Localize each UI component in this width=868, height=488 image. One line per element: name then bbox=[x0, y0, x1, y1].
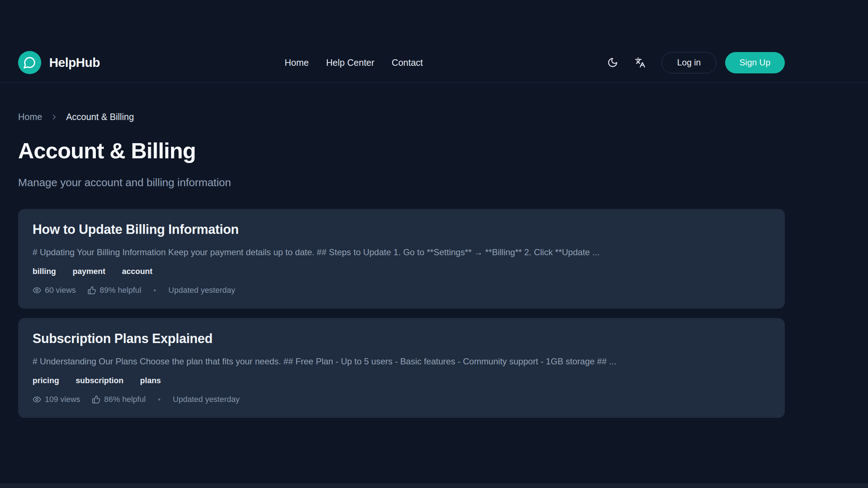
tag[interactable]: pricing bbox=[33, 376, 59, 385]
theme-toggle-button[interactable] bbox=[601, 51, 624, 74]
article-card[interactable]: How to Update Billing Information # Upda… bbox=[18, 209, 785, 309]
signup-button[interactable]: Sign Up bbox=[725, 52, 785, 73]
nav-link-home[interactable]: Home bbox=[285, 57, 309, 68]
article-tags: pricing subscription plans bbox=[33, 376, 770, 385]
page-subtitle: Manage your account and billing informat… bbox=[18, 176, 785, 189]
breadcrumb-home-link[interactable]: Home bbox=[18, 112, 42, 122]
updated-text: Updated yesterday bbox=[173, 395, 240, 404]
page-title: Account & Billing bbox=[18, 138, 785, 163]
article-preview: # Understanding Our Plans Choose the pla… bbox=[33, 356, 770, 367]
breadcrumb: Home Account & Billing bbox=[18, 112, 785, 122]
login-button[interactable]: Log in bbox=[661, 52, 716, 73]
eye-icon bbox=[33, 286, 41, 295]
language-toggle-button[interactable] bbox=[629, 51, 651, 74]
tag[interactable]: subscription bbox=[76, 376, 123, 385]
helpful-percent: 86% helpful bbox=[104, 395, 146, 404]
languages-icon bbox=[635, 57, 646, 68]
article-preview: # Updating Your Billing Information Keep… bbox=[33, 247, 770, 257]
main-content: Home Account & Billing Account & Billing… bbox=[18, 83, 785, 418]
message-circle-icon bbox=[23, 56, 36, 69]
article-list: How to Update Billing Information # Upda… bbox=[18, 209, 785, 418]
views-count: 60 views bbox=[45, 286, 76, 295]
article-stats: 60 views 89% helpful • Updated yesterday bbox=[33, 286, 770, 295]
thumbs-up-icon bbox=[92, 395, 101, 404]
helpful-stat: 86% helpful bbox=[92, 395, 146, 404]
dot-separator: • bbox=[158, 395, 161, 404]
site-header: HelpHub Home Help Center Contact bbox=[0, 0, 868, 83]
helpful-stat: 89% helpful bbox=[88, 286, 141, 295]
dot-separator: • bbox=[154, 286, 156, 295]
moon-icon bbox=[607, 57, 618, 68]
views-count: 109 views bbox=[45, 395, 80, 404]
helpful-percent: 89% helpful bbox=[100, 286, 141, 295]
article-tags: billing payment account bbox=[33, 267, 770, 276]
brand[interactable]: HelpHub bbox=[18, 51, 100, 74]
eye-icon bbox=[33, 395, 41, 404]
main-nav: Home Help Center Contact bbox=[285, 57, 423, 68]
header-actions: Log in Sign Up bbox=[601, 51, 785, 74]
footer-edge bbox=[0, 483, 868, 488]
brand-name: HelpHub bbox=[49, 55, 100, 70]
views-stat: 60 views bbox=[33, 286, 76, 295]
tag[interactable]: payment bbox=[73, 267, 105, 276]
tag[interactable]: billing bbox=[33, 267, 56, 276]
header-inner: HelpHub Home Help Center Contact bbox=[18, 43, 785, 82]
updated-text: Updated yesterday bbox=[169, 286, 235, 295]
breadcrumb-current: Account & Billing bbox=[66, 112, 134, 122]
chevron-right-icon bbox=[50, 113, 58, 121]
nav-link-help-center[interactable]: Help Center bbox=[326, 57, 374, 68]
article-stats: 109 views 86% helpful • Updated yesterda… bbox=[33, 395, 770, 404]
article-title: How to Update Billing Information bbox=[33, 222, 770, 237]
tag[interactable]: account bbox=[122, 267, 152, 276]
thumbs-up-icon bbox=[88, 286, 96, 295]
helphub-logo bbox=[18, 51, 41, 74]
nav-link-contact[interactable]: Contact bbox=[392, 57, 423, 68]
article-card[interactable]: Subscription Plans Explained # Understan… bbox=[18, 318, 785, 418]
tag[interactable]: plans bbox=[140, 376, 161, 385]
views-stat: 109 views bbox=[33, 395, 80, 404]
article-title: Subscription Plans Explained bbox=[33, 331, 770, 346]
